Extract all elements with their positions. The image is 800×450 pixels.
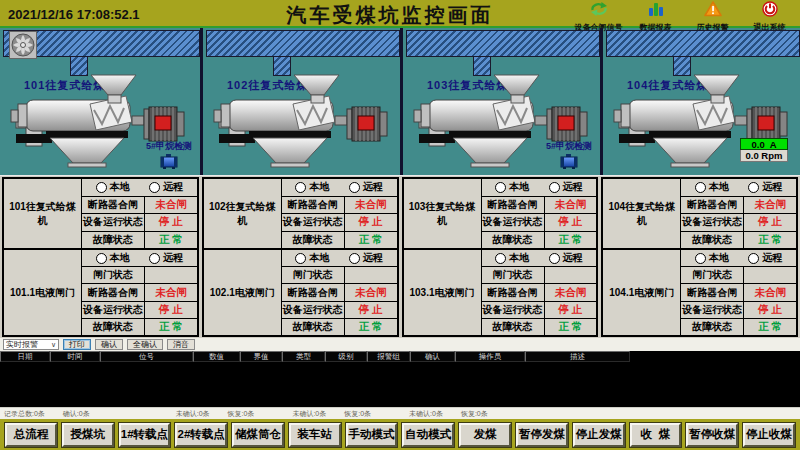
total-flow-button[interactable]: 总流程 — [5, 423, 57, 447]
fault-state-row: 故障状态正 常 — [282, 319, 397, 335]
mode-radio-row: 本地 远程 — [282, 179, 397, 197]
radio-icon[interactable] — [349, 182, 360, 193]
radio-icon[interactable] — [295, 182, 306, 193]
radio-icon[interactable] — [295, 253, 306, 264]
remote-radio[interactable]: 远程 — [149, 180, 183, 194]
print-button[interactable]: 打印 — [63, 339, 91, 350]
valve-status-section: 103.1电液闸门 本地 远程 闸门状态 断路器合闸未合闸 设备运行状态停 止 … — [404, 250, 597, 335]
local-radio[interactable]: 本地 — [495, 180, 529, 194]
valve-status-section: 102.1电液闸门 本地 远程 闸门状态 断路器合闸未合闸 设备运行状态停 止 … — [204, 250, 397, 335]
radio-icon[interactable] — [549, 182, 560, 193]
run-value: 停 止 — [744, 302, 796, 318]
manual-mode-button[interactable]: 手动模式 — [346, 423, 398, 447]
fan-icon — [9, 31, 37, 63]
remote-radio[interactable]: 远程 — [748, 251, 782, 265]
breaker-row: 断路器合闸未合闸 — [282, 197, 397, 215]
radio-icon[interactable] — [748, 253, 759, 264]
alarm-table[interactable]: 日期 时间 位号 数值 界值 类型 级别 报警组 确认 操作员 描述 — [0, 351, 800, 407]
local-radio[interactable]: 本地 — [495, 251, 529, 265]
radio-icon[interactable] — [495, 253, 506, 264]
methane-detector: 5#甲烷检测 — [546, 140, 592, 173]
feeder-status-section: 102往复式给煤机 本地 远程 断路器合闸未合闸 设备运行状态停 止 故障状态正… — [204, 179, 397, 250]
page-title: 汽车受煤坑监控画面 — [287, 2, 494, 29]
remote-radio[interactable]: 远程 — [349, 251, 383, 265]
motor-readouts: 0.0 A 0.0 Rpm — [740, 138, 788, 162]
local-radio[interactable]: 本地 — [96, 180, 130, 194]
coal-silo-button[interactable]: 储煤筒仓 — [232, 423, 284, 447]
title-bar: 2021/12/16 17:08:52.1 汽车受煤坑监控画面 设备合闸信号 数… — [0, 0, 800, 28]
radio-icon[interactable] — [96, 182, 107, 193]
radio-icon[interactable] — [149, 182, 160, 193]
stop-send-coal-button[interactable]: 停止发煤 — [573, 423, 625, 447]
power-exit-icon — [762, 1, 778, 21]
transfer-point-2-button[interactable]: 2#转载点 — [175, 423, 227, 447]
nav-device-close-signal[interactable]: 设备合闸信号 — [570, 0, 627, 28]
breaker-value: 未合闸 — [545, 284, 597, 300]
send-coal-button[interactable]: 发煤 — [459, 423, 511, 447]
valve-status-label: 102.1电液闸门 — [204, 250, 282, 335]
fault-value: 正 常 — [545, 319, 597, 335]
radio-icon[interactable] — [349, 253, 360, 264]
status-column-101: 101往复式给煤机 本地 远程 断路器合闸未合闸 设备运行状态停 止 故障状态正… — [2, 177, 199, 337]
nav-exit-system[interactable]: 退出系统 — [741, 0, 798, 28]
pause-send-coal-button[interactable]: 暂停发煤 — [516, 423, 568, 447]
fault-value: 正 常 — [145, 232, 197, 249]
gate-value — [145, 267, 197, 283]
radio-icon[interactable] — [149, 253, 160, 264]
feeder-panel-104: 104往复式给煤机 0.0 A 0.0 Rpm — [600, 28, 800, 175]
nav-data-report[interactable]: 数据报表 — [627, 0, 684, 28]
alarm-filter-dropdown[interactable]: 实时报警 ∨ — [3, 339, 59, 350]
fault-value: 正 常 — [345, 319, 397, 335]
remote-radio[interactable]: 远程 — [349, 180, 383, 194]
remote-radio[interactable]: 远程 — [748, 180, 782, 194]
local-radio[interactable]: 本地 — [695, 180, 729, 194]
run-value: 停 止 — [145, 214, 197, 231]
alarm-statusbar: 记录总数:0条 确认:0条 未确认:0条 恢复:0条 未确认:0条 恢复:0条 … — [0, 407, 800, 419]
radio-icon[interactable] — [96, 253, 107, 264]
local-radio[interactable]: 本地 — [96, 251, 130, 265]
remote-radio[interactable]: 远程 — [549, 180, 583, 194]
radio-icon[interactable] — [748, 182, 759, 193]
radio-icon[interactable] — [549, 253, 560, 264]
remote-radio[interactable]: 远程 — [149, 251, 183, 265]
run-state-row: 设备运行状态停 止 — [82, 302, 197, 319]
gate-state-row: 闸门状态 — [282, 267, 397, 284]
local-radio[interactable]: 本地 — [295, 251, 329, 265]
local-radio[interactable]: 本地 — [295, 180, 329, 194]
col-tag: 位号 — [100, 351, 193, 362]
mute-button[interactable]: 消音 — [167, 339, 195, 350]
transfer-point-1-button[interactable]: 1#转载点 — [119, 423, 171, 447]
valve-status-label: 101.1电液闸门 — [4, 250, 82, 335]
auto-mode-button[interactable]: 自动模式 — [402, 423, 454, 447]
valve-status-label: 103.1电液闸门 — [404, 250, 482, 335]
pause-receive-coal-button[interactable]: 暂停收煤 — [686, 423, 738, 447]
stop-receive-coal-button[interactable]: 停止收煤 — [743, 423, 795, 447]
fault-value: 正 常 — [145, 319, 197, 335]
radio-icon[interactable] — [695, 182, 706, 193]
chevron-down-icon: ∨ — [51, 341, 56, 349]
col-value: 数值 — [193, 351, 240, 362]
local-radio[interactable]: 本地 — [695, 251, 729, 265]
conveyor-hatch-band — [606, 30, 800, 57]
fault-state-row: 故障状态正 常 — [681, 232, 796, 249]
col-ack: 确认 — [410, 351, 455, 362]
ack-button[interactable]: 确认 — [95, 339, 123, 350]
status-column-102: 102往复式给煤机 本地 远程 断路器合闸未合闸 设备运行状态停 止 故障状态正… — [202, 177, 399, 337]
breaker-value: 未合闸 — [744, 197, 796, 214]
methane-device-icon — [558, 153, 580, 169]
breaker-value: 未合闸 — [145, 197, 197, 214]
nav-history-alarm[interactable]: 历史报警 — [684, 0, 741, 28]
radio-icon[interactable] — [695, 253, 706, 264]
feeder-panel-103: 103往复式给煤机 5#甲烷检测 — [400, 28, 600, 175]
stat-ack: 确认:0条 — [63, 409, 90, 419]
datetime: 2021/12/16 17:08:52.1 — [8, 7, 140, 22]
receive-coal-button[interactable]: 收 煤 — [630, 423, 682, 447]
loading-station-button[interactable]: 装车站 — [289, 423, 341, 447]
stat-unack: 未确认:0条 — [409, 409, 443, 419]
ack-all-button[interactable]: 全确认 — [127, 339, 163, 350]
coal-pit-button[interactable]: 授煤坑 — [62, 423, 114, 447]
col-limit: 界值 — [240, 351, 282, 362]
remote-radio[interactable]: 远程 — [549, 251, 583, 265]
fault-state-row: 故障状态正 常 — [681, 319, 796, 335]
radio-icon[interactable] — [495, 182, 506, 193]
